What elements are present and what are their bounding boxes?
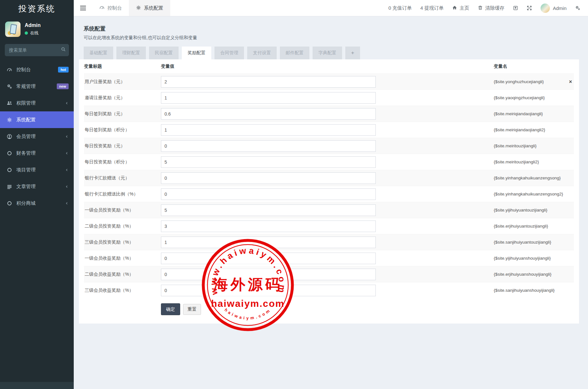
search-input[interactable] [5,44,69,56]
variable-label: 每日签到奖励（积分） [84,127,161,133]
config-table-card: 变量标题 变量值 变量名 用户注册奖励（元） {$site.yonghuzhuc… [79,59,579,324]
avatar [5,22,21,37]
variable-name: {$site.yijihuiyuantouzijiangli} [494,208,547,212]
chevron-left-icon [65,185,69,188]
variable-value-input[interactable] [161,172,376,184]
variable-value-input[interactable] [161,188,376,200]
content-area: 系统配置 可以在此增改系统的变量和分组,也可以自定义分组和变量 基础配置 理财配… [74,16,588,324]
config-tab[interactable]: 理财配置 [116,47,146,59]
user-menu[interactable]: Admin [541,4,567,13]
variable-name: {$site.sanjihuiyuanshouyijiangli} [494,288,555,293]
table-row: 二级会员收益奖励（%） {$site.erjihuiyuanshouyijian… [84,266,574,282]
config-tab-label: 支付设置 [253,50,271,56]
confirm-button[interactable]: 确定 [161,303,180,315]
column-header-varname: 变量名 [494,64,574,69]
config-tab[interactable]: 合同管理 [214,47,244,59]
sidebar-item-label: 权限管理 [16,100,36,106]
variable-name: {$site.erjihuiyuantouzijiangli} [494,224,548,229]
table-row: 银行卡汇款赠送（元） {$site.yinhangkahuikuanzengso… [84,170,574,186]
navbar-tab[interactable]: 控制台 [92,0,129,16]
reset-button[interactable]: 重置 [183,304,201,315]
variable-value-cell [161,237,494,248]
variable-value-input[interactable] [161,237,376,248]
circle-icon [6,201,13,206]
variable-name-cell: {$site.sanjihuiyuantouzijiangli} [494,240,574,245]
sidebar-item-label: 系统配置 [16,117,36,123]
config-tab-label: 奖励配置 [188,50,206,56]
variable-value-input[interactable] [161,108,376,120]
sidebar-item[interactable]: 文章管理 [0,178,74,195]
variable-name-cell: {$site.yijihuiyuanshouyijiangli} [494,256,574,261]
page-subtitle: 可以在此增改系统的变量和分组,也可以自定义分组和变量 [84,35,574,41]
table-row: 一级会员收益奖励（%） {$site.yijihuiyuanshouyijian… [84,250,574,266]
variable-value-input[interactable] [161,124,376,136]
sidebar-item[interactable]: 系统配置 [0,111,74,128]
variable-label: 银行卡汇款赠送比例（%） [84,191,161,197]
table-rows: 用户注册奖励（元） {$site.yonghuzhucejiangli} × 邀 [84,73,574,298]
variable-value-input[interactable] [161,140,376,152]
variable-label: 每日投资奖励（元） [84,143,161,149]
sidebar-item[interactable]: 权限管理 [0,95,74,111]
variable-name-cell: {$site.yinhangkahuikuanzengsong2} [494,192,574,196]
variable-name-cell: {$site.erjihuiyuantouzijiangli} [494,224,574,229]
variable-name-cell: {$site.meiriqiandaojiangli} [494,111,574,116]
search-icon[interactable] [61,47,66,53]
menu-toggle-button[interactable] [74,0,92,16]
clear-cache-link[interactable]: 清除缓存 [478,5,504,11]
variable-value-input[interactable] [161,269,376,280]
trash-icon [478,5,483,11]
config-tab[interactable]: 支付设置 [247,47,277,59]
add-tab-button[interactable]: + [345,47,360,59]
variable-value-input[interactable] [161,204,376,216]
fullscreen-icon[interactable] [527,5,532,11]
variable-value-cell [161,204,494,216]
config-tab[interactable]: 字典配置 [313,47,342,59]
navbar-tab[interactable]: 系统配置 [129,0,170,16]
variable-value-input[interactable] [161,253,376,264]
top-navbar: 控制台 系统配置 0 充值订单 4 提现订单 主页 清除缓存 [74,0,588,16]
user-menu-label: Admin [553,5,567,11]
variable-name: {$site.meiritouzijiangli} [494,143,537,148]
recharge-orders-link[interactable]: 0 充值订单 [388,5,412,11]
settings-gears-icon[interactable] [575,5,580,11]
table-row: 每日投资奖励（积分） {$site.meiritouzijiangli2} [84,154,574,170]
variable-value-cell [161,220,494,232]
sidebar-footer [0,382,74,389]
chevron-left-icon [65,168,69,172]
config-tab[interactable]: 邮件配置 [280,47,309,59]
config-tab[interactable]: 民宿配置 [149,47,179,59]
sidebar-item[interactable]: 财务管理 [0,145,74,161]
sidebar-item[interactable]: 控制台 hot [0,61,74,78]
variable-value-input[interactable] [161,92,376,104]
config-tab-label: 基础配置 [89,50,107,56]
variable-value-cell [161,253,494,264]
sidebar-item[interactable]: 积分商城 [0,195,74,212]
home-link[interactable]: 主页 [452,5,469,11]
language-icon[interactable] [513,5,518,11]
variable-label: 每日投资奖励（积分） [84,159,161,165]
config-tab-label: 邮件配置 [286,50,304,56]
variable-value-cell [161,76,494,88]
remove-variable-icon[interactable]: × [569,79,572,84]
withdraw-orders-link[interactable]: 4 提现订单 [420,5,444,11]
table-row: 邀请注册奖励（元） {$site.yaoqingzhucejiangli} [84,90,574,106]
online-dot [25,31,28,35]
variable-name-cell: {$site.yaoqingzhucejiangli} [494,95,574,100]
column-header-value: 变量值 [161,64,494,69]
variable-name: {$site.yinhangkahuikuanzengsong2} [494,192,563,196]
variable-value-input[interactable] [161,156,376,168]
sidebar-item[interactable]: 项目管理 [0,161,74,178]
variable-label: 邀请注册奖励（元） [84,95,161,101]
config-tab[interactable]: 奖励配置 [182,47,211,59]
circle-icon [6,167,13,173]
sidebar-item[interactable]: 常规管理 new [0,78,74,95]
variable-name: {$site.meiriqiandaojiangli} [494,111,543,116]
variable-label: 银行卡汇款赠送（元） [84,175,161,181]
variable-value-input[interactable] [161,76,376,88]
sidebar-item[interactable]: 会员管理 [0,128,74,145]
config-tab[interactable]: 基础配置 [84,47,113,59]
variable-value-input[interactable] [161,220,376,232]
variable-value-input[interactable] [161,285,376,296]
variable-value-cell [161,269,494,280]
home-icon [452,5,457,11]
